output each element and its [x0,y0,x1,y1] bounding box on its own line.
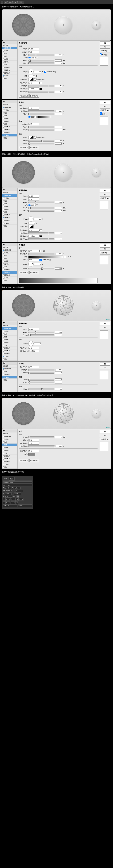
satin-item[interactable]: 光泽 [2,123,18,125]
noise-slider[interactable] [28,113,54,115]
bold-icon[interactable]: T [3,498,5,501]
satin-item[interactable]: 光泽 [2,266,18,268]
spread-slider[interactable] [28,126,54,128]
reset-default-btn[interactable]: 复位为默认值 [29,459,39,462]
contour-item[interactable]: 等高线 [2,252,18,254]
noise-input[interactable] [55,113,62,115]
opacity-slider[interactable] [28,445,54,447]
fi-ligature-icon[interactable]: fi [3,501,5,504]
jitter-slider[interactable] [28,143,54,145]
gradient-picker[interactable] [28,255,63,258]
ok-button[interactable]: 确定 [100,189,110,192]
outer-glow-item[interactable]: 外发光 [2,277,18,279]
opacity-slider[interactable] [28,253,54,255]
depth-input[interactable] [55,54,62,56]
blend-select[interactable]: 正常 [28,107,39,110]
drop-shadow-item[interactable]: 投影 [2,225,18,227]
sh-opacity-input[interactable] [55,238,62,240]
dir-down-radio[interactable] [33,57,36,59]
fraction-icon[interactable]: ½ [16,501,18,504]
character-tab[interactable]: 字符 [3,477,9,480]
ok-button[interactable]: 确定 [100,41,110,45]
size-input[interactable] [55,59,62,62]
highlight-swatch[interactable] [39,229,42,231]
gradient-overlay-item[interactable]: 渐变叠加 [2,69,18,72]
blend-options[interactable]: 混合选项 [2,246,18,249]
soften-input[interactable] [55,210,62,212]
glow-color-swatch[interactable] [31,116,34,118]
ok-button[interactable]: 确定 [100,101,110,104]
fill-type-select[interactable]: 颜色 [28,450,39,452]
depth-slider[interactable] [28,202,54,203]
jitter-input[interactable] [55,142,62,145]
font-size[interactable]: 36 点 [14,1,19,4]
reset-default-btn[interactable]: 复位为默认值 [29,146,39,149]
satin-item[interactable]: 光泽 [2,211,18,214]
reset-default-btn[interactable]: 复位为默认值 [29,94,39,98]
dither-check[interactable] [39,250,42,252]
new-style-button[interactable]: 新建样式(W)... [100,108,110,112]
gradient-overlay-item[interactable]: 渐变叠加 [2,216,18,219]
position-select[interactable]: 外部 [28,439,39,441]
size-slider[interactable] [28,207,54,209]
range-slider[interactable] [28,140,54,142]
opacity-input[interactable] [55,110,62,112]
color-overlay-item[interactable]: 颜色叠加 [2,125,18,128]
range-input[interactable] [55,140,62,142]
strikethrough-icon[interactable]: T̶ [21,498,24,501]
inner-glow-item[interactable]: 内发光 [2,262,18,266]
cancel-button[interactable]: 取消 [100,45,110,49]
texture-item[interactable]: 纹理 [2,112,18,115]
set-default-btn[interactable]: 设置为默认值 [19,459,29,462]
outer-glow-item[interactable]: 外发光 [2,74,18,77]
dir-up-radio[interactable] [28,204,31,206]
angle-dial[interactable] [28,261,33,267]
font-family-select[interactable]: Helvetica Neue [3,482,32,484]
glow-color-radio[interactable] [28,116,31,118]
size-slider[interactable] [28,129,54,131]
dir-up-radio[interactable] [28,57,31,59]
texture-item[interactable]: 纹理 [2,52,18,55]
subscript-icon[interactable]: T₁ [16,498,18,501]
antialias-check[interactable] [34,136,36,138]
swash-icon[interactable]: A [8,501,10,504]
spread-input[interactable] [55,126,62,128]
contour-picker[interactable] [28,135,33,139]
highlight-mode-select[interactable]: 滤色 [28,82,39,84]
inner-glow-item[interactable]: 内发光 [2,120,18,123]
angle-input[interactable] [34,218,41,220]
font-family[interactable]: 方正兰亭细黑 [4,1,14,4]
blend-options[interactable]: 混合选项 [2,44,18,47]
shadow-opacity-input[interactable] [55,91,62,93]
set-default-btn[interactable]: 设置为默认值 [19,271,29,274]
stroke-item[interactable]: 描边 [2,115,18,117]
cancel-button[interactable]: 取消 [100,105,110,108]
stroke-size-input[interactable] [55,436,62,438]
leading-input[interactable] [13,487,21,489]
scale-input[interactable] [55,267,62,270]
depth-input[interactable] [55,201,62,204]
ok-button[interactable]: 确定 [100,244,110,247]
preview-check[interactable] [100,53,102,55]
stroke-item[interactable]: 描边 [2,257,18,260]
pattern-overlay-item[interactable]: 图案叠加 [2,274,18,277]
font-size-input[interactable] [4,487,11,489]
new-style-button[interactable]: 新建样式(W)... [100,251,110,254]
underline-icon[interactable]: T̲ [19,498,21,501]
inner-shadow-item[interactable]: 内阴影 [2,117,18,120]
soften-slider[interactable] [28,62,54,64]
blend-options[interactable]: 混合选项 [2,191,18,194]
satin-item[interactable]: 光泽 [2,63,18,66]
bevel-emboss-item[interactable]: 斜面和浮雕 [2,249,18,252]
gradient-editor-preview[interactable] [19,278,97,283]
vscale-input[interactable] [5,493,12,495]
opacity-input[interactable] [55,445,62,447]
st-ligature-icon[interactable]: st [5,501,8,504]
pattern-overlay-item[interactable]: 图案叠加 [2,72,18,74]
texture-item[interactable]: 纹理 [2,199,18,203]
stroke-color-swatch[interactable] [28,453,35,456]
global-light-check[interactable] [44,71,46,73]
color-overlay-item[interactable]: 颜色叠加 [2,268,18,271]
color-overlay-item[interactable]: 颜色叠加 [2,214,18,216]
altitude-input[interactable] [28,222,35,224]
